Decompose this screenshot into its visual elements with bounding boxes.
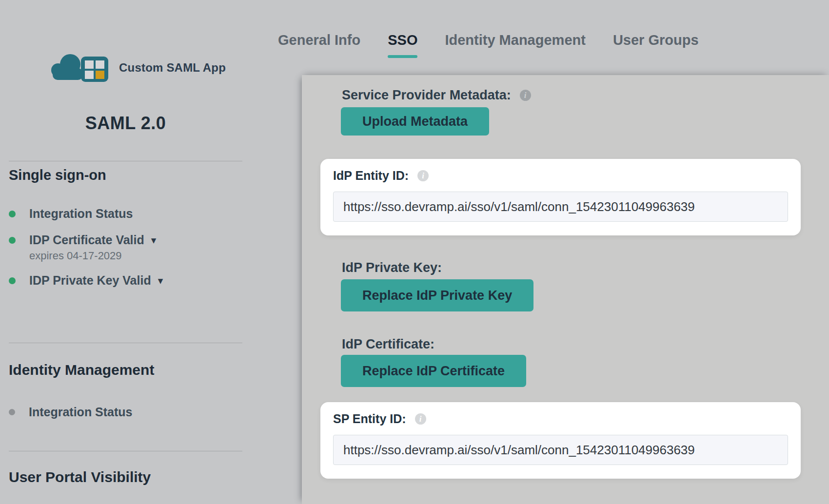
- upload-metadata-button[interactable]: Upload Metadata: [341, 107, 489, 136]
- idp-private-key-label: IdP Private Key:: [342, 260, 442, 275]
- sp-entity-id-card: SP Entity ID: i: [320, 402, 801, 479]
- status-gray-dot-icon: [9, 409, 15, 415]
- info-icon[interactable]: i: [520, 90, 531, 101]
- info-icon[interactable]: i: [417, 170, 429, 181]
- idp-entity-id-input[interactable]: [333, 192, 788, 222]
- replace-idp-certificate-button[interactable]: Replace IdP Certificate: [341, 355, 526, 387]
- status-green-dot-icon: [9, 237, 16, 244]
- sso-settings-panel: Service Provider Metadata: i Upload Meta…: [302, 75, 829, 504]
- caret-down-icon[interactable]: ▾: [151, 235, 157, 245]
- app-logo-label: Custom SAML App: [119, 61, 226, 75]
- tab-user-groups[interactable]: User Groups: [613, 32, 699, 48]
- sp-entity-id-input[interactable]: [333, 435, 788, 465]
- status-item-idp-certificate-valid[interactable]: IDP Certificate Valid ▾: [9, 233, 156, 247]
- tab-identity-management[interactable]: Identity Management: [445, 32, 585, 48]
- idp-entity-id-label: IdP Entity ID: i: [333, 169, 788, 183]
- status-item-idm-integration-status: Integration Status: [9, 405, 133, 419]
- section-heading-identity-management: Identity Management: [9, 362, 154, 378]
- info-icon[interactable]: i: [415, 413, 426, 425]
- tab-bar: General Info SSO Identity Management Use…: [278, 32, 699, 58]
- idp-entity-id-card: IdP Entity ID: i: [320, 159, 801, 235]
- status-item-idp-private-key-valid[interactable]: IDP Private Key Valid ▾: [9, 273, 163, 288]
- caret-down-icon[interactable]: ▾: [158, 275, 163, 286]
- sidebar-divider: [9, 343, 242, 343]
- custom-saml-app-icon: [51, 52, 112, 84]
- sidebar-divider: [9, 451, 242, 451]
- sp-entity-id-label: SP Entity ID: i: [333, 412, 788, 426]
- status-green-dot-icon: [9, 277, 16, 284]
- status-item-sso-integration-status: Integration Status: [9, 207, 133, 221]
- idp-certificate-label: IdP Certificate:: [342, 337, 434, 352]
- replace-idp-private-key-button[interactable]: Replace IdP Private Key: [341, 279, 533, 311]
- service-provider-metadata-label: Service Provider Metadata: i: [342, 88, 531, 103]
- tab-sso[interactable]: SSO: [388, 32, 417, 58]
- sidebar-title: SAML 2.0: [0, 113, 251, 134]
- tab-general-info[interactable]: General Info: [278, 32, 360, 48]
- sidebar: Custom SAML App SAML 2.0 Single sign-on …: [0, 0, 302, 504]
- app-logo: Custom SAML App: [51, 52, 226, 84]
- sidebar-divider: [9, 161, 242, 161]
- section-heading-user-portal-visibility: User Portal Visibility: [9, 469, 151, 485]
- certificate-expiry-note: expires 04-17-2029: [29, 250, 122, 262]
- section-heading-single-sign-on: Single sign-on: [9, 167, 106, 183]
- status-green-dot-icon: [9, 211, 16, 217]
